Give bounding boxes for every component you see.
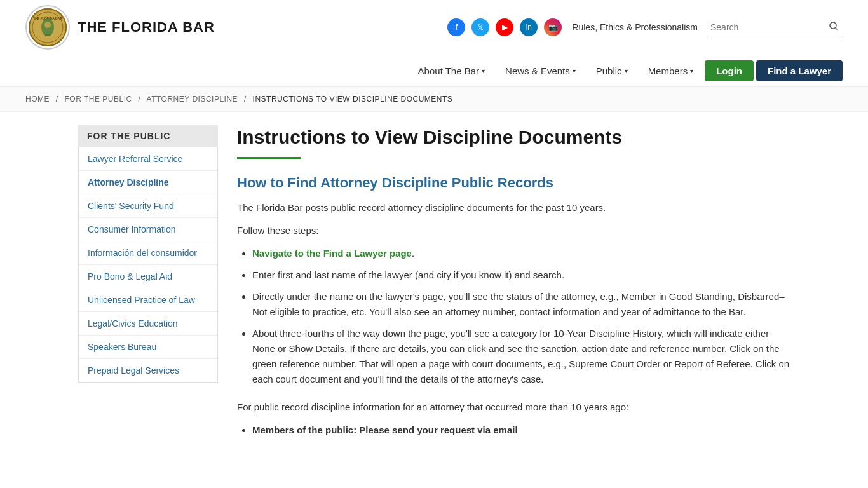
- sidebar-item-legal-civics[interactable]: Legal/Civics Education: [79, 312, 217, 336]
- search-box: [708, 18, 843, 36]
- older-records-intro: For public record discipline information…: [237, 400, 790, 415]
- sidebar-item-speakers-bureau[interactable]: Speakers Bureau: [79, 336, 217, 359]
- svg-point-5: [44, 22, 51, 28]
- nav-caret-public: ▾: [625, 67, 628, 74]
- follow-steps-text: Follow these steps:: [237, 223, 790, 238]
- find-lawyer-button[interactable]: Find a Lawyer: [756, 60, 843, 81]
- content-wrapper: FOR THE PUBLIC Lawyer Referral Service A…: [53, 112, 815, 461]
- sidebar-item-clients-security[interactable]: Clients' Security Fund: [79, 194, 217, 218]
- step-4: About three-fourths of the way down the …: [252, 326, 790, 387]
- section-heading: How to Find Attorney Discipline Public R…: [237, 175, 790, 191]
- breadcrumb-for-the-public[interactable]: FOR THE PUBLIC: [65, 95, 132, 104]
- nav-caret-members: ▾: [690, 67, 693, 74]
- youtube-icon[interactable]: ▶: [496, 18, 513, 36]
- svg-point-6: [830, 22, 836, 29]
- intro-text: The Florida Bar posts public record atto…: [237, 200, 790, 215]
- site-title: THE FLORIDA BAR: [78, 19, 215, 36]
- sidebar-item-unlicensed[interactable]: Unlicensed Practice of Law: [79, 288, 217, 312]
- sidebar: FOR THE PUBLIC Lawyer Referral Service A…: [78, 125, 218, 448]
- breadcrumb-sep-1: /: [56, 95, 58, 104]
- page-title: Instructions to View Discipline Document…: [237, 125, 790, 149]
- twitter-icon[interactable]: 𝕏: [471, 18, 489, 36]
- svg-line-7: [836, 28, 838, 30]
- green-divider: [237, 157, 301, 159]
- older-records-item-1: Members of the public: Please send your …: [252, 423, 790, 438]
- logo-seal-container: THE FLORIDA BAR 1949: [25, 5, 70, 50]
- breadcrumb-sep-2: /: [139, 95, 141, 104]
- nav-news-events[interactable]: News & Events ▾: [496, 60, 585, 81]
- main-content: Instructions to View Discipline Document…: [237, 125, 790, 448]
- older-records-section: For public record discipline information…: [237, 400, 790, 438]
- steps-list: Navigate to the Find a Lawyer page. Ente…: [237, 246, 790, 387]
- instagram-icon[interactable]: 📷: [544, 18, 562, 36]
- sidebar-item-lawyer-referral[interactable]: Lawyer Referral Service: [79, 147, 217, 171]
- sidebar-item-informacion[interactable]: Información del consumidor: [79, 241, 217, 265]
- sidebar-heading: FOR THE PUBLIC: [78, 125, 218, 147]
- facebook-icon[interactable]: f: [447, 18, 465, 36]
- sidebar-item-consumer-info[interactable]: Consumer Information: [79, 218, 217, 241]
- step-1: Navigate to the Find a Lawyer page.: [252, 246, 790, 261]
- step-2: Enter first and last name of the lawyer …: [252, 268, 790, 283]
- breadcrumb-sep-3: /: [244, 95, 247, 104]
- search-input[interactable]: [710, 22, 825, 32]
- breadcrumb-current: INSTRUCTIONS TO VIEW DISCIPLINE DOCUMENT…: [253, 95, 453, 104]
- nav-caret-news: ▾: [573, 67, 576, 74]
- sidebar-nav: Lawyer Referral Service Attorney Discipl…: [78, 147, 218, 383]
- rules-ethics-link[interactable]: Rules, Ethics & Professionalism: [572, 22, 698, 32]
- breadcrumb: HOME / FOR THE PUBLIC / ATTORNEY DISCIPL…: [0, 87, 868, 112]
- step-3: Directly under the name on the lawyer's …: [252, 289, 790, 320]
- social-icons: f 𝕏 ▶ in 📷: [447, 18, 562, 36]
- sidebar-item-attorney-discipline[interactable]: Attorney Discipline: [79, 171, 217, 194]
- top-right-upper: f 𝕏 ▶ in 📷 Rules, Ethics & Professionali…: [447, 18, 843, 36]
- logo-area: THE FLORIDA BAR 1949 THE FLORIDA BAR: [25, 5, 215, 50]
- members-of-public-bold: Members of the public: Please send your …: [252, 424, 518, 435]
- breadcrumb-home[interactable]: HOME: [25, 95, 50, 104]
- nav-public[interactable]: Public ▾: [587, 60, 637, 81]
- main-nav: About The Bar ▾ News & Events ▾ Public ▾…: [0, 55, 868, 87]
- linkedin-icon[interactable]: in: [520, 18, 538, 36]
- sidebar-item-prepaid-legal[interactable]: Prepaid Legal Services: [79, 359, 217, 382]
- nav-caret-about: ▾: [482, 67, 485, 74]
- login-button[interactable]: Login: [705, 60, 754, 81]
- search-button[interactable]: [827, 20, 840, 34]
- top-bar: THE FLORIDA BAR 1949 THE FLORIDA BAR f 𝕏…: [0, 0, 868, 55]
- find-a-lawyer-link[interactable]: Navigate to the Find a Lawyer page: [252, 248, 412, 259]
- florida-seal: THE FLORIDA BAR 1949: [29, 8, 67, 46]
- sidebar-item-pro-bono[interactable]: Pro Bono & Legal Aid: [79, 265, 217, 288]
- nav-members[interactable]: Members ▾: [639, 60, 703, 81]
- breadcrumb-attorney-discipline[interactable]: ATTORNEY DISCIPLINE: [147, 95, 238, 104]
- older-records-list: Members of the public: Please send your …: [237, 423, 790, 438]
- nav-about-the-bar[interactable]: About The Bar ▾: [409, 60, 494, 81]
- top-right-area: f 𝕏 ▶ in 📷 Rules, Ethics & Professionali…: [447, 18, 843, 36]
